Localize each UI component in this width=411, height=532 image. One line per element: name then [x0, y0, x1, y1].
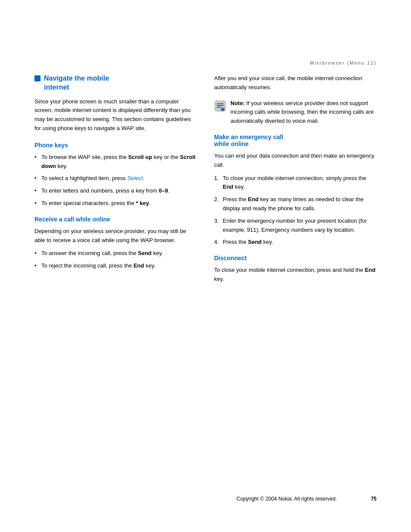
footer-page-number: 75 [371, 496, 377, 502]
disconnect-title: Disconnect [214, 255, 377, 261]
list-item: Enter the emergency number for your pres… [214, 217, 377, 235]
bold-end-2: End [248, 196, 259, 202]
svg-rect-2 [217, 105, 224, 106]
note-content: If your wireless service provider does n… [230, 100, 374, 124]
bold-scroll-down: Scroll down [41, 154, 196, 169]
receive-call-list: To answer the incoming call, press the S… [34, 249, 197, 271]
note-box: → Note: If your wireless service provide… [214, 99, 377, 126]
main-title: Navigate the mobile internet [44, 74, 109, 92]
bold-send: Send [138, 250, 152, 256]
list-item: To enter letters and numbers, press a ke… [34, 187, 197, 196]
bold-end-1: End [223, 184, 234, 190]
after-call-text: After you end your voice call, the mobil… [214, 74, 377, 92]
receive-call-body: Depending on your wireless service provi… [34, 227, 197, 245]
disconnect-body: To close your mobile internet connection… [214, 266, 377, 284]
list-item: Press the End key as many times as neede… [214, 195, 377, 213]
list-item: Press the Send key. [214, 238, 377, 247]
receive-call-title: Receive a call while online [34, 216, 197, 223]
list-item: To enter special characters, press the *… [34, 199, 197, 208]
two-column-layout: Navigate the mobile internet Since your … [34, 74, 377, 288]
phone-keys-list: To browse the WAP site, press the Scroll… [34, 153, 197, 208]
blue-square-icon [34, 75, 40, 81]
emergency-call-list: To close your mobile internet connection… [214, 174, 377, 247]
bold-send-2: Send [248, 239, 262, 245]
bold-star: * key [136, 200, 149, 206]
note-icon: → [214, 100, 226, 112]
page-container: Minibrowser (Menu 11) Navigate the mobil… [0, 0, 411, 532]
note-text: Note: If your wireless service provider … [230, 99, 377, 126]
phone-keys-title: Phone keys [34, 142, 197, 149]
svg-rect-1 [217, 103, 224, 104]
page-content: Minibrowser (Menu 11) Navigate the mobil… [0, 0, 411, 314]
list-item: To browse the WAP site, press the Scroll… [34, 153, 197, 171]
italic-select: Select [127, 175, 143, 181]
emergency-call-title: Make an emergency call while online [214, 134, 377, 147]
footer: Copyright © 2004 Nokia. All rights reser… [0, 483, 411, 515]
bold-09: 0–9 [159, 187, 168, 194]
list-item: To select a highlighted item, press Sele… [34, 174, 197, 183]
emergency-call-body: You can end your data connection and the… [214, 152, 377, 170]
main-section-title: Navigate the mobile internet [34, 74, 197, 92]
list-item: To reject the incoming call, press the E… [34, 261, 197, 271]
footer-copyright: Copyright © 2004 Nokia. All rights reser… [202, 496, 371, 502]
right-column: After you end your voice call, the mobil… [214, 74, 377, 288]
header-label: Minibrowser (Menu 11) [34, 60, 377, 65]
svg-text:→: → [221, 109, 224, 112]
note-bold: Note: [230, 100, 245, 106]
bold-end-disconnect: End [365, 267, 376, 273]
list-item: To close your mobile internet connection… [214, 174, 377, 192]
intro-text: Since your phone screen is much smaller … [34, 97, 197, 133]
svg-rect-3 [217, 107, 221, 108]
bold-end: End [134, 262, 144, 269]
left-column: Navigate the mobile internet Since your … [34, 74, 197, 275]
list-item: To answer the incoming call, press the S… [34, 249, 197, 258]
bold-scroll-up: Scroll up [128, 154, 153, 160]
